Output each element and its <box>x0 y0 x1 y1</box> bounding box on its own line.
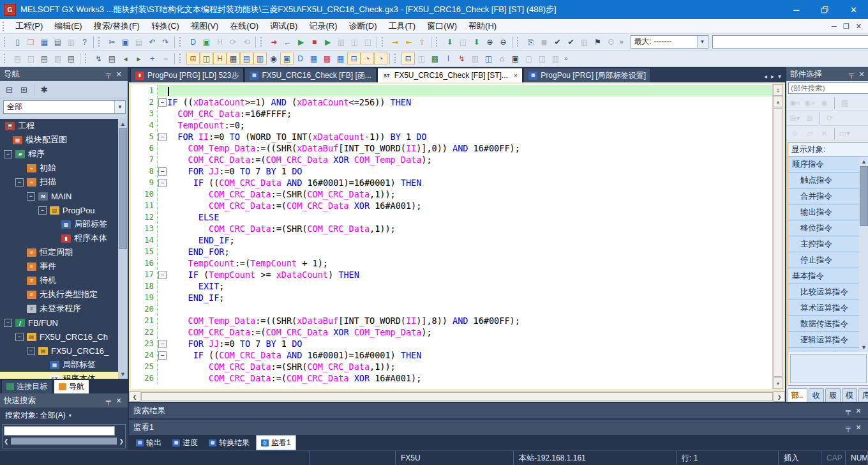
toolbar-overflow-icon[interactable]: » <box>618 38 625 45</box>
element-scroll-down-icon[interactable]: ▼ <box>859 342 868 352</box>
tree-expander-icon[interactable]: − <box>15 178 24 187</box>
delete-button[interactable]: ✕ <box>818 126 831 140</box>
instruction-item-数据传送指令[interactable]: 数据传送指令 <box>788 316 859 332</box>
watch-window-2-button[interactable]: ◔ <box>374 52 387 65</box>
dock-tab-output[interactable]: ▤输出 <box>131 436 166 449</box>
tree-item-事件[interactable]: ≡事件 <box>0 259 128 273</box>
code-line[interactable]: 17− IF (TempCount >= xDataCount) THEN <box>131 269 772 280</box>
scan-time-combo[interactable]: 最大: -------▼ <box>631 35 708 49</box>
refresh-2-button[interactable]: ⟲ <box>240 35 253 49</box>
element-scroll-up-icon[interactable]: ▲ <box>859 156 868 166</box>
verify-sync-button[interactable]: ⬇ <box>470 35 483 49</box>
element-scroll-thumb[interactable] <box>860 166 868 226</box>
code-line[interactable]: 12 ELSE <box>131 211 772 223</box>
code-line[interactable]: 4 TempCount:=0; <box>131 119 772 131</box>
menu-online[interactable]: 在线(O) <box>224 19 264 33</box>
code-line[interactable]: 6 COM_Temp_Data:=((SHR(xDataBuf[INT_TO_W… <box>131 142 772 154</box>
menu-window[interactable]: 窗口(W) <box>421 19 463 33</box>
menu-find-replace[interactable]: 搜索/替换(F) <box>88 19 146 33</box>
tabs-list-icon[interactable]: ▾ <box>778 73 781 80</box>
convert-all-button[interactable]: ▤ <box>105 52 119 65</box>
save-project-button[interactable]: ▦ <box>38 35 51 49</box>
convert-button[interactable]: ↯ <box>92 52 105 65</box>
element-tab-library[interactable]: 库 <box>858 388 868 402</box>
code-line[interactable]: 19 END_IF; <box>131 292 772 303</box>
tree-item-工程[interactable]: ≣工程 <box>0 119 128 133</box>
window-2-button[interactable]: ◫ <box>535 52 549 65</box>
menu-diagnostics[interactable]: 诊断(D) <box>343 19 382 33</box>
editor-horizontal-scrollbar[interactable]: ❮ ❯ <box>129 391 785 402</box>
fold-collapse-icon[interactable]: − <box>158 167 167 176</box>
tree-item-FX5U_CRC16_[interactable]: −▤FX5U_CRC16_ <box>0 344 128 358</box>
fold-collapse-icon[interactable]: − <box>158 98 167 107</box>
instruction-item-基本指令[interactable]: 基本指令 <box>788 268 859 284</box>
scroll-left-icon[interactable]: ❮ <box>4 438 9 445</box>
instruction-item-数据移位指令[interactable]: 数据移位指令 <box>788 348 859 352</box>
tree-scrollbar[interactable]: ▲▼ <box>118 119 128 379</box>
form-view-button[interactable]: ▤ <box>11 52 24 65</box>
watch-window-1-button[interactable]: ◔ <box>361 52 374 65</box>
scroll-left-arrow-icon[interactable]: ❮ <box>129 392 140 402</box>
tree-item-程序本体[interactable]: ST程序本体 <box>0 372 128 379</box>
find-device-button[interactable]: ⌂ <box>495 52 509 65</box>
device-test-1-button[interactable]: ◫ <box>348 35 361 49</box>
instruction-item-触点指令[interactable]: 触点指令 <box>788 172 859 188</box>
doc-tab-progpou-ld[interactable]: ▮ProgPou [PRG] [LD] 523步 <box>130 68 244 82</box>
verify-read-button[interactable]: ◫ <box>456 35 470 49</box>
tree-scroll-up-icon[interactable]: ▲ <box>118 119 128 128</box>
cut-button[interactable]: ✂ <box>105 35 119 49</box>
bookmark-button[interactable]: ⇪ <box>415 35 429 49</box>
redo-button[interactable]: ↷ <box>159 35 172 49</box>
search-results-pin-icon[interactable]: ╤ <box>843 407 853 415</box>
label-window-button[interactable]: ▩ <box>428 52 442 65</box>
tab-navigation[interactable]: 导航 <box>54 379 89 393</box>
menu-tool[interactable]: 工具(T) <box>383 19 422 33</box>
memory-window-button[interactable]: ▥ <box>468 52 482 65</box>
place-element-button[interactable]: ⊞▾ <box>788 111 802 125</box>
library-window-button[interactable]: ◫ <box>415 52 428 65</box>
watch-close-icon[interactable]: ✕ <box>853 423 864 432</box>
print-button[interactable]: ▤ <box>51 35 64 49</box>
doc-tab-crc16-fb-st[interactable]: STFX5U_CRC16_Check [FB] [ST]...× <box>377 68 523 82</box>
quick-search-input[interactable] <box>4 426 115 436</box>
form-edit-button[interactable]: ◫ <box>24 52 38 65</box>
split-handle-icon[interactable]: ‡ <box>773 84 783 96</box>
help-button[interactable]: ? <box>78 35 91 49</box>
monitor-pause-button[interactable]: ▥ <box>334 35 348 49</box>
menu-view[interactable]: 视图(V) <box>185 19 224 33</box>
tree-item-恒定周期[interactable]: ≡恒定周期 <box>0 245 128 259</box>
tabs-scroll-right-icon[interactable]: ▸ <box>771 73 774 80</box>
tree-item-初始[interactable]: ≡初始 <box>0 161 128 175</box>
expand-all-button[interactable]: ⊞ <box>17 83 31 96</box>
instruction-item-主控指令[interactable]: 主控指令 <box>788 236 859 252</box>
stop-button[interactable]: ◼ <box>537 35 551 49</box>
device-register-monitor-button[interactable]: ▩ <box>320 52 334 65</box>
menu-convert[interactable]: 转换(C) <box>146 19 185 33</box>
instruction-item-顺序指令[interactable]: 顺序指令 <box>788 156 859 172</box>
toolbar2-more-icon[interactable]: » <box>562 55 570 62</box>
zoom-out-button[interactable]: ⊖ <box>497 35 510 49</box>
tree-item-程序本体[interactable]: ▮程序本体 <box>0 231 128 245</box>
tree-item-FX5U_CRC16_Ch[interactable]: −▤FX5U_CRC16_Ch <box>0 330 128 344</box>
quick-search-close-icon[interactable]: ✕ <box>114 397 124 405</box>
nav-filter-combo[interactable]: 全部 ▼ <box>3 100 126 114</box>
menu-debug[interactable]: 调试(B) <box>264 19 303 33</box>
code-line[interactable]: 24− IF ((COM_CRC_Data AND 16#0001)=16#00… <box>131 349 772 361</box>
code-line[interactable]: 10 COM_CRC_Data:=(SHR(COM_CRC_Data,1)); <box>131 188 772 200</box>
device-menu-button[interactable]: D <box>294 52 307 65</box>
device-test-2-button[interactable]: ◫ <box>361 35 375 49</box>
code-line[interactable]: 1 <box>131 85 772 96</box>
dock-tab-watch-1[interactable]: D监看1 <box>256 435 296 450</box>
verify-write-button[interactable]: ⬇ <box>443 35 456 49</box>
mdi-minimize-button[interactable]: ─ <box>832 22 837 30</box>
device-buffer-monitor-button[interactable]: ▦ <box>334 52 347 65</box>
find-window-button[interactable]: ◉ <box>267 52 280 65</box>
check-program-button[interactable]: ✔ <box>551 35 564 49</box>
tree-item-ProgPou[interactable]: −▤ProgPou <box>0 203 128 217</box>
code-line[interactable]: 3 COM_CRC_Data:=16#FFFF; <box>131 108 772 119</box>
search-results-close-icon[interactable]: ✕ <box>853 407 864 415</box>
instruction-item-移位指令[interactable]: 移位指令 <box>788 220 859 236</box>
scroll-right-arrow-icon[interactable]: ❯ <box>774 392 785 402</box>
vertical-scroll-thumb[interactable] <box>774 108 782 377</box>
code-line[interactable]: 15 END_FOR; <box>131 246 772 257</box>
